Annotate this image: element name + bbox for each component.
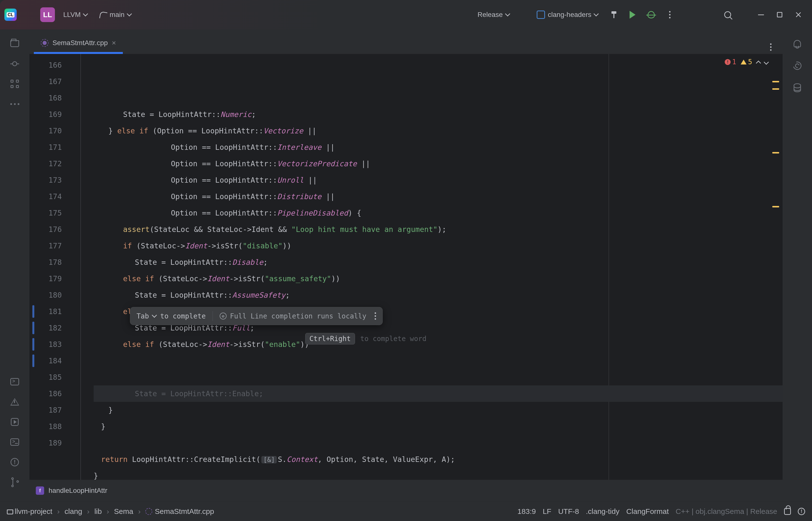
context-label[interactable]: C++ | obj.clangSema | Release bbox=[676, 507, 777, 516]
stripe-mark[interactable] bbox=[772, 206, 779, 207]
more-actions-button[interactable] bbox=[663, 8, 677, 22]
tab-close-button[interactable]: × bbox=[112, 39, 116, 47]
path-breadcrumbs[interactable]: llvm-project›clang›lib›Sema›SemaStmtAttr… bbox=[7, 507, 214, 516]
line-number: 173 bbox=[29, 172, 73, 188]
run-button[interactable] bbox=[626, 8, 640, 22]
window-close-button[interactable] bbox=[791, 8, 805, 22]
code-line[interactable]: State = LoopHintAttr::AssumeSafety; bbox=[94, 287, 783, 303]
popup-more-button[interactable] bbox=[375, 312, 376, 320]
build-button[interactable] bbox=[607, 8, 621, 22]
code-line[interactable]: Option == LoopHintAttr::Distribute || bbox=[94, 188, 783, 205]
chevron-down-icon[interactable] bbox=[153, 314, 157, 318]
structure-tool-button[interactable] bbox=[9, 78, 21, 90]
editor-tab-options-button[interactable] bbox=[764, 40, 778, 54]
breadcrumb-segment[interactable]: llvm-project bbox=[7, 507, 52, 516]
code-line[interactable]: } else if (Option == LoopHintAttr::Vecto… bbox=[94, 122, 783, 139]
minimize-icon bbox=[758, 15, 764, 15]
database-icon bbox=[794, 83, 801, 92]
code-line[interactable]: Option == LoopHintAttr::VectorizePredica… bbox=[94, 155, 783, 172]
code-line[interactable] bbox=[94, 369, 783, 385]
code-line[interactable]: State = LoopHintAttr::Disable; bbox=[94, 254, 783, 270]
editor[interactable]: 1661671681691701711721731741751761771781… bbox=[29, 54, 783, 480]
problems-tool-button[interactable] bbox=[9, 396, 21, 408]
code-line[interactable] bbox=[94, 353, 783, 369]
database-tool-button[interactable] bbox=[791, 82, 803, 94]
inspections-widget[interactable]: !1 5 bbox=[725, 58, 768, 66]
events-tool-button[interactable]: ! bbox=[9, 456, 21, 468]
code-line[interactable]: State = LoopHintAttr::Numeric; bbox=[94, 106, 783, 122]
code-line[interactable]: State = LoopHintAttr::Enable; bbox=[94, 385, 783, 402]
build-config-label: Release bbox=[478, 11, 503, 19]
breadcrumb-segment[interactable]: SemaStmtAttr.cpp bbox=[145, 507, 214, 516]
window-maximize-button[interactable] bbox=[773, 8, 787, 22]
build-config-selector[interactable]: Release bbox=[474, 9, 514, 21]
line-number: 170 bbox=[29, 122, 73, 139]
breadcrumb-separator: › bbox=[107, 507, 109, 516]
titlebar: CL LL LLVM main Release clang-headers bbox=[0, 0, 812, 29]
formatter-label[interactable]: ClangFormat bbox=[626, 507, 669, 516]
info-circle-icon: ! bbox=[10, 458, 19, 466]
stripe-mark[interactable] bbox=[772, 88, 779, 90]
line-number: 181 bbox=[29, 303, 73, 320]
next-highlight-button[interactable] bbox=[764, 60, 768, 64]
breadcrumb-segment[interactable]: Sema bbox=[114, 507, 133, 516]
ai-assistant-button[interactable] bbox=[791, 60, 803, 72]
code-line[interactable]: else if (StateLoc->Ident->isStr("enable"… bbox=[94, 336, 783, 353]
commit-icon bbox=[10, 64, 19, 64]
readonly-toggle[interactable] bbox=[784, 508, 791, 515]
vertical-dots-icon bbox=[669, 11, 671, 18]
code-line[interactable]: if (StateLoc->Ident->isStr("disable")) bbox=[94, 237, 783, 254]
stripe-mark[interactable] bbox=[772, 152, 779, 154]
commit-tool-button[interactable] bbox=[9, 58, 21, 70]
breadcrumb-segment[interactable]: clang bbox=[65, 507, 82, 516]
warning-count[interactable]: 5 bbox=[741, 58, 752, 66]
branch-selector[interactable]: main bbox=[96, 9, 135, 21]
code-content[interactable]: State = LoopHintAttr::Numeric;} else if … bbox=[94, 54, 783, 480]
error-count[interactable]: !1 bbox=[725, 58, 736, 66]
ide-errors-button[interactable]: ! bbox=[798, 508, 805, 515]
code-line[interactable]: Option == LoopHintAttr::PipelineDisabled… bbox=[94, 205, 783, 221]
line-number: 182 bbox=[29, 320, 73, 336]
stripe-mark[interactable] bbox=[772, 81, 779, 83]
code-line[interactable] bbox=[94, 435, 783, 451]
services-tool-button[interactable] bbox=[9, 416, 21, 428]
line-number: 172 bbox=[29, 155, 73, 172]
code-line[interactable]: } bbox=[94, 418, 783, 435]
code-line[interactable]: return LoopHintAttr::CreateImplicit([&]S… bbox=[94, 451, 783, 468]
maximize-icon bbox=[777, 12, 782, 17]
linter-label[interactable]: .clang-tidy bbox=[586, 507, 620, 516]
code-line[interactable]: else if (StateLoc->Ident->isStr("assume_… bbox=[94, 270, 783, 287]
code-line[interactable]: } bbox=[94, 468, 783, 480]
terminal2-tool-button[interactable] bbox=[9, 436, 21, 448]
debug-button[interactable] bbox=[644, 8, 658, 22]
git-tool-button[interactable] bbox=[9, 476, 21, 488]
line-separator[interactable]: LF bbox=[543, 507, 551, 516]
prev-highlight-button[interactable] bbox=[757, 60, 760, 64]
breadcrumb-segment[interactable]: lib bbox=[94, 507, 102, 516]
project-selector[interactable]: LLVM bbox=[60, 9, 91, 21]
code-line[interactable]: Option == LoopHintAttr::Interleave || bbox=[94, 139, 783, 155]
breadcrumb-separator: › bbox=[87, 507, 90, 516]
cpp-file-icon bbox=[145, 508, 152, 515]
line-number: 176 bbox=[29, 221, 73, 237]
error-stripe[interactable] bbox=[770, 54, 783, 480]
run-config-selector[interactable]: clang-headers bbox=[533, 8, 602, 21]
search-everywhere-button[interactable] bbox=[721, 8, 735, 22]
file-encoding[interactable]: UTF-8 bbox=[558, 507, 579, 516]
notifications-button[interactable] bbox=[791, 38, 803, 49]
window-minimize-button[interactable] bbox=[754, 8, 768, 22]
project-tool-button[interactable] bbox=[9, 38, 21, 49]
code-line[interactable]: } bbox=[94, 402, 783, 418]
main-menu-button[interactable] bbox=[22, 8, 35, 22]
editor-tab[interactable]: SemaStmtAttr.cpp × bbox=[34, 34, 123, 54]
completion-popup[interactable]: Tab to complete ⊘ Full Line completion r… bbox=[130, 307, 383, 325]
terminal-tool-button[interactable] bbox=[9, 376, 21, 388]
caret-position[interactable]: 183:9 bbox=[517, 507, 536, 516]
code-line[interactable]: Option == LoopHintAttr::Unroll || bbox=[94, 172, 783, 188]
close-icon bbox=[795, 12, 802, 18]
function-breadcrumb-bar[interactable]: f handleLoopHintAttr bbox=[29, 480, 783, 501]
gutter: 1661671681691701711721731741751761771781… bbox=[29, 54, 73, 480]
line-number: 169 bbox=[29, 106, 73, 122]
code-line[interactable]: assert(StateLoc && StateLoc->Ident && "L… bbox=[94, 221, 783, 237]
more-tools-button[interactable] bbox=[9, 98, 21, 110]
